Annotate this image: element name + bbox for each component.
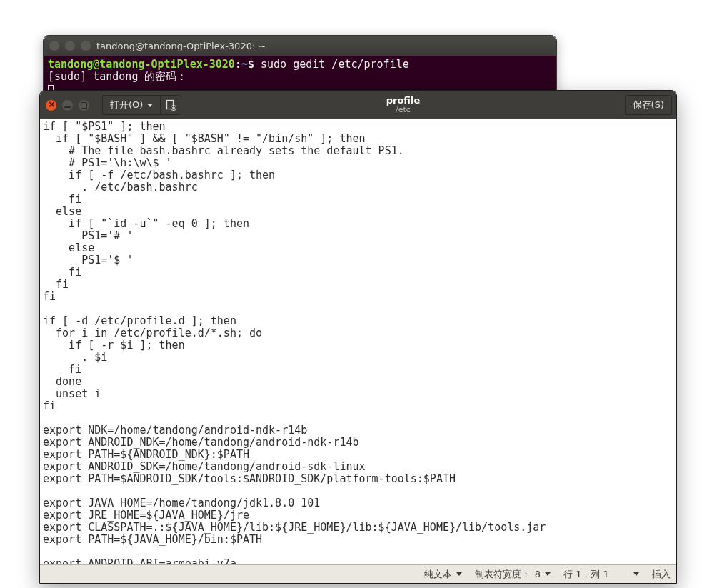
- terminal-line-1: tandong@tandong-OptiPlex-3020:~$ sudo ge…: [48, 59, 552, 71]
- tab-width-value: 8: [535, 569, 541, 579]
- new-document-icon: [165, 99, 176, 111]
- window-controls: [46, 100, 89, 111]
- editor-text-area[interactable]: if [ "$PS1" ]; then if [ "$BASH" ] && [ …: [40, 119, 676, 564]
- save-button[interactable]: 保存(S): [625, 95, 672, 115]
- prompt-separator: :: [235, 58, 241, 71]
- terminal-max-button[interactable]: [81, 41, 91, 51]
- terminal-command: sudo gedit /etc/profile: [261, 58, 409, 71]
- syntax-mode-label: 纯文本: [424, 568, 452, 581]
- gedit-statusbar: 纯文本 制表符宽度： 8 行 1，列 1 插入: [40, 564, 676, 583]
- prompt-user-host: tandong@tandong-OptiPlex-3020: [48, 58, 235, 71]
- chevron-down-icon: [147, 104, 153, 107]
- chevron-down-icon: [545, 572, 551, 576]
- open-button[interactable]: 打开(O): [102, 95, 160, 115]
- gedit-filename: profile: [184, 96, 621, 106]
- tab-width-selector[interactable]: 制表符宽度： 8: [475, 568, 551, 581]
- terminal-line-2: [sudo] tandong 的密码：: [48, 71, 552, 83]
- new-document-button[interactable]: [160, 95, 181, 115]
- chevron-down-icon: [633, 572, 639, 576]
- tab-width-label: 制表符宽度：: [475, 568, 531, 581]
- gedit-close-button[interactable]: [46, 100, 56, 111]
- open-button-label: 打开(O): [110, 99, 143, 111]
- save-button-label: 保存(S): [633, 99, 664, 111]
- cursor-position: 行 1，列 1: [563, 568, 621, 581]
- insert-mode: 插入: [652, 568, 671, 581]
- terminal-min-button[interactable]: [65, 41, 75, 51]
- gedit-maximize-button[interactable]: [79, 100, 89, 111]
- gedit-filepath: /etc: [184, 106, 621, 114]
- prompt-marker: $: [248, 58, 261, 71]
- gedit-title: profile /etc: [184, 96, 621, 114]
- insert-mode-label: 插入: [652, 568, 671, 581]
- syntax-mode-selector[interactable]: 纯文本: [424, 568, 462, 581]
- chevron-down-icon: [456, 572, 462, 576]
- terminal-close-button[interactable]: [49, 41, 59, 51]
- terminal-title: tandong@tandong-OptiPlex-3020: ~: [96, 41, 551, 51]
- gedit-headerbar[interactable]: 打开(O) profile /etc 保存(S): [40, 91, 676, 119]
- line-col-label: 行 1，列 1: [563, 568, 609, 581]
- insert-mode-selector[interactable]: [633, 572, 639, 576]
- gedit-window: 打开(O) profile /etc 保存(S) if [ "$PS1" ]; …: [39, 90, 677, 584]
- prompt-path: ~: [241, 58, 248, 71]
- sudo-prompt: [sudo] tandong 的密码：: [48, 70, 187, 83]
- terminal-titlebar[interactable]: tandong@tandong-OptiPlex-3020: ~: [44, 36, 556, 56]
- gedit-minimize-button[interactable]: [62, 100, 73, 111]
